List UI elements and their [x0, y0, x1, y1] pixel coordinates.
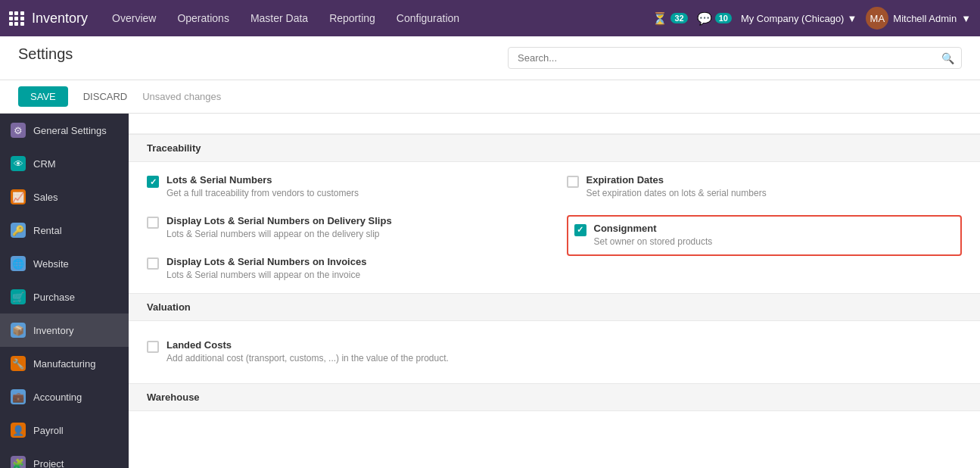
accounting-icon: 💼: [11, 389, 26, 404]
sidebar-label: Project: [33, 458, 64, 469]
message-badge[interactable]: 💬 10: [697, 11, 732, 26]
sidebar-label: Rental: [33, 225, 62, 236]
warehouse-header: Warehouse: [129, 383, 980, 411]
sidebar-label: Inventory: [33, 325, 73, 336]
landed-costs-title: Landed Costs: [166, 339, 449, 351]
display-lots-invoices-text: Display Lots & Serial Numbers on Invoice…: [166, 256, 366, 282]
crm-icon: 👁: [11, 156, 26, 171]
project-icon: 🧩: [11, 456, 26, 468]
user-menu[interactable]: MA Mitchell Admin ▼: [866, 7, 971, 30]
display-lots-invoices-title: Display Lots & Serial Numbers on Invoice…: [166, 256, 366, 267]
sidebar-label: Sales: [33, 192, 58, 203]
search-input[interactable]: [508, 47, 962, 69]
display-lots-delivery-desc: Lots & Serial numbers will appear on the…: [166, 228, 392, 241]
website-icon: 🌐: [11, 256, 26, 271]
lots-serial-text: Lots & Serial Numbers Get a full traceab…: [166, 174, 359, 200]
consignment-desc: Set owner on stored products: [594, 236, 713, 248]
nav-overview[interactable]: Overview: [103, 8, 165, 29]
landed-costs-checkbox[interactable]: [147, 341, 159, 353]
company-selector[interactable]: My Company (Chicago) ▼: [741, 13, 857, 24]
sidebar-label: CRM: [33, 158, 56, 170]
landed-costs-text: Landed Costs Add additional cost (transp…: [166, 339, 449, 365]
setting-display-lots-delivery: Display Lots & Serial Numbers on Deliver…: [147, 215, 543, 241]
sidebar-item-manufacturing[interactable]: 🔧 Manufacturing: [0, 347, 129, 380]
display-lots-invoices-checkbox[interactable]: [147, 257, 159, 270]
display-lots-delivery-text: Display Lots & Serial Numbers on Deliver…: [166, 215, 392, 241]
sidebar-item-crm[interactable]: 👁 CRM: [0, 147, 129, 180]
landed-costs-desc: Add additional cost (transport, customs,…: [166, 352, 449, 365]
nav-operations[interactable]: Operations: [168, 8, 238, 29]
setting-display-lots-invoices: Display Lots & Serial Numbers on Invoice…: [147, 256, 543, 282]
lots-serial-checkbox[interactable]: [147, 176, 159, 188]
traceability-grid: Lots & Serial Numbers Get a full traceab…: [147, 174, 962, 281]
sidebar: ⚙ General Settings 👁 CRM 📈 Sales 🔑 Renta…: [0, 114, 129, 468]
traceability-header: Traceability: [129, 134, 980, 162]
toolbar: SAVE DISCARD Unsaved changes: [0, 80, 980, 114]
topnav-right: ⏳ 32 💬 10 My Company (Chicago) ▼ MA Mitc…: [652, 7, 971, 30]
subheader: Settings 🔍: [0, 36, 980, 80]
search-icon: 🔍: [941, 52, 954, 64]
expiration-dates-text: Expiration Dates Set expiration dates on…: [586, 174, 767, 200]
lots-serial-title: Lots & Serial Numbers: [166, 174, 359, 186]
traceability-body: Lots & Serial Numbers Get a full traceab…: [129, 162, 980, 293]
setting-consignment: Consignment Set owner on stored products: [567, 215, 963, 256]
brand-name: Inventory: [32, 11, 88, 27]
expiration-dates-desc: Set expiration dates on lots & serial nu…: [586, 187, 767, 200]
clock-icon: ⏳: [652, 11, 667, 26]
sidebar-item-sales[interactable]: 📈 Sales: [0, 180, 129, 214]
setting-landed-costs: Landed Costs Add additional cost (transp…: [147, 333, 962, 371]
avatar: MA: [866, 7, 888, 30]
grid-icon: [9, 11, 24, 26]
sidebar-item-website[interactable]: 🌐 Website: [0, 247, 129, 280]
display-lots-delivery-checkbox[interactable]: [147, 217, 159, 229]
main-layout: ⚙ General Settings 👁 CRM 📈 Sales 🔑 Renta…: [0, 114, 980, 468]
setting-lots-serial: Lots & Serial Numbers Get a full traceab…: [147, 174, 543, 200]
consignment-title: Consignment: [594, 223, 713, 234]
save-button[interactable]: SAVE: [18, 86, 68, 107]
sidebar-item-payroll[interactable]: 👤 Payroll: [0, 413, 129, 447]
message-count: 10: [715, 13, 732, 23]
purchase-icon: 🛒: [11, 289, 26, 304]
consignment-text: Consignment Set owner on stored products: [594, 223, 713, 248]
activity-badge[interactable]: ⏳ 32: [652, 11, 687, 26]
sidebar-label: Manufacturing: [33, 358, 95, 370]
payroll-icon: 👤: [11, 423, 26, 438]
nav-reporting[interactable]: Reporting: [320, 8, 384, 29]
lots-serial-desc: Get a full traceability from vendors to …: [166, 187, 359, 200]
consignment-checkbox[interactable]: [574, 224, 586, 236]
partial-content: [129, 114, 980, 134]
display-lots-delivery-title: Display Lots & Serial Numbers on Deliver…: [166, 215, 392, 226]
discard-button[interactable]: DISCARD: [74, 86, 137, 107]
manufacturing-icon: 🔧: [11, 356, 26, 371]
warehouse-section: Warehouse: [129, 383, 980, 411]
sidebar-label: General Settings: [33, 125, 107, 136]
nav-configuration[interactable]: Configuration: [387, 8, 468, 29]
sidebar-item-accounting[interactable]: 💼 Accounting: [0, 380, 129, 413]
page-title: Settings: [18, 45, 73, 63]
inventory-icon: 📦: [11, 323, 26, 338]
sidebar-item-purchase[interactable]: 🛒 Purchase: [0, 280, 129, 314]
sidebar-label: Accounting: [33, 392, 82, 403]
valuation-header: Valuation: [129, 293, 980, 321]
toolbar-status: Unsaved changes: [142, 91, 221, 102]
chevron-down-icon: ▼: [847, 13, 857, 24]
activity-count: 32: [670, 13, 687, 23]
expiration-dates-checkbox[interactable]: [567, 176, 579, 188]
sales-icon: 📈: [11, 189, 26, 204]
traceability-section: Traceability Lots & Serial Numbers Get a…: [129, 134, 980, 293]
valuation-section: Valuation Landed Costs Add additional co…: [129, 293, 980, 383]
sidebar-item-rental[interactable]: 🔑 Rental: [0, 214, 129, 247]
brand[interactable]: Inventory: [9, 11, 88, 27]
sidebar-label: Purchase: [33, 292, 75, 303]
valuation-body: Landed Costs Add additional cost (transp…: [129, 321, 980, 383]
topnav: Inventory Overview Operations Master Dat…: [0, 0, 980, 36]
sidebar-label: Payroll: [33, 425, 64, 436]
display-lots-invoices-desc: Lots & Serial numbers will appear on the…: [166, 269, 366, 282]
sidebar-item-inventory[interactable]: 📦 Inventory: [0, 314, 129, 347]
expiration-dates-title: Expiration Dates: [586, 174, 767, 186]
sidebar-item-project[interactable]: 🧩 Project: [0, 447, 129, 468]
sidebar-item-general-settings[interactable]: ⚙ General Settings: [0, 114, 129, 147]
nav-master-data[interactable]: Master Data: [241, 8, 317, 29]
sidebar-label: Website: [33, 258, 69, 270]
setting-expiration-dates: Expiration Dates Set expiration dates on…: [567, 174, 963, 200]
